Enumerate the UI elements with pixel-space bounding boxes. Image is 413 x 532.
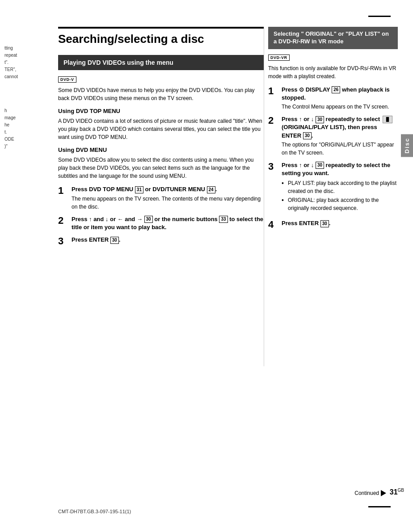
subsection-dvd-menu-heading: Using DVD MENU	[58, 147, 264, 153]
step-2-num1: 30	[144, 216, 153, 223]
right-step-4: 4 Press ENTER 30.	[268, 219, 398, 230]
continued-indicator: Continued	[354, 490, 386, 496]
right-step-3-bullets: PLAY LIST: play back according to the pl…	[282, 179, 398, 212]
right-step-1-content: Press ⊙ DISPLAY 26 when playback is stop…	[282, 86, 398, 111]
step-2-num2: 33	[219, 216, 228, 223]
original-playlist-icon: ▐▌	[383, 116, 393, 123]
right-intro-text: This function is only available for DVD-…	[268, 64, 398, 80]
page-num-sup: GB	[398, 488, 404, 493]
continued-arrow-icon	[381, 490, 386, 496]
right-step-2: 2 Press ↑ or ↓ 30 repeatedly to select ▐…	[268, 115, 398, 157]
right-step-3: 3 Press ↑ or ↓ 30 repeatedly to select t…	[268, 161, 398, 215]
left-margin-text: tting repeat t". TER", cannot h mage he …	[4, 45, 18, 150]
left-margin: tting repeat t". TER", cannot h mage he …	[0, 0, 58, 532]
bullet-playlist: PLAY LIST: play back according to the pl…	[282, 179, 398, 195]
right-step-3-content: Press ↑ or ↓ 30 repeatedly to select the…	[282, 161, 398, 215]
dvd-intro-text: Some DVD VIDEOs have menus to help you e…	[58, 86, 264, 102]
column-divider	[264, 27, 264, 366]
right-content: Selecting " ORIGINAL" or "PLAY LIST" on …	[268, 27, 398, 235]
step-1-num2: 24	[207, 186, 215, 193]
right-steps-list: 1 Press ⊙ DISPLAY 26 when playback is st…	[268, 86, 398, 230]
selecting-original-section-box: Selecting " ORIGINAL" or "PLAY LIST" on …	[268, 27, 398, 49]
right-step-2-main: Press ↑ or ↓ 30 repeatedly to select ▐▌ …	[282, 115, 398, 140]
step-1-content: Press DVD TOP MENU 31 or DVD/TUNER MENU …	[72, 185, 264, 210]
right-step-2-number: 2	[268, 115, 278, 126]
right-step-3-main: Press ↑ or ↓ 30 repeatedly to select the…	[282, 161, 398, 177]
right-step-4-number: 4	[268, 219, 278, 230]
step-3-number: 3	[58, 236, 68, 247]
main-steps-list: 1 Press DVD TOP MENU 31 or DVD/TUNER MEN…	[58, 185, 264, 247]
dvd-v-badge: DVD-V	[58, 76, 76, 83]
right-step-4-content: Press ENTER 30.	[282, 219, 398, 227]
right-step-3-num1: 30	[316, 162, 324, 169]
step-1-num1: 31	[135, 186, 143, 193]
main-step-3: 3 Press ENTER 30.	[58, 236, 264, 247]
step-3-num1: 30	[110, 237, 119, 244]
right-step-1: 1 Press ⊙ DISPLAY 26 when playback is st…	[268, 86, 398, 111]
step-2-main: Press ↑ and ↓ or ← and → 30 or the numer…	[72, 215, 264, 231]
top-line-right	[368, 16, 391, 17]
disc-label: Disc	[401, 134, 413, 157]
subsection-top-menu-heading: Using DVD TOP MENU	[58, 108, 264, 114]
subsection-top-menu-text: A DVD VIDEO contains a lot of sections o…	[58, 117, 264, 141]
step-1-sub: The menu appears on the TV screen. The c…	[72, 195, 264, 211]
step-1-main: Press DVD TOP MENU 31 or DVD/TUNER MENU …	[72, 185, 264, 193]
right-step-2-num1: 30	[316, 116, 324, 123]
step-1-number: 1	[58, 185, 68, 196]
right-step-3-number: 3	[268, 161, 278, 172]
step-3-main: Press ENTER 30.	[72, 236, 264, 244]
bullet-original: ORIGINAL: play back according to the ori…	[282, 196, 398, 212]
right-step-2-content: Press ↑ or ↓ 30 repeatedly to select ▐▌ …	[282, 115, 398, 157]
right-step-2-num2: 30	[303, 132, 312, 139]
main-step-2: 2 Press ↑ and ↓ or ← and → 30 or the num…	[58, 215, 264, 231]
page-title: Searching/selecting a disc	[58, 27, 264, 46]
bottom-line-right	[368, 506, 391, 507]
dvd-vr-badge: DVD-VR	[268, 54, 290, 61]
right-step-1-num1: 26	[332, 86, 340, 93]
right-step-1-main: Press ⊙ DISPLAY 26 when playback is stop…	[282, 86, 398, 102]
right-step-4-main: Press ENTER 30.	[282, 219, 398, 227]
right-step-4-num1: 30	[320, 220, 329, 227]
main-step-1: 1 Press DVD TOP MENU 31 or DVD/TUNER MEN…	[58, 185, 264, 210]
step-2-number: 2	[58, 215, 68, 226]
subsection-dvd-menu-text: Some DVD VIDEOs allow you to select the …	[58, 156, 264, 180]
right-step-1-sub: The Control Menu appears on the TV scree…	[282, 103, 398, 111]
continued-label: Continued	[354, 490, 379, 496]
step-2-content: Press ↑ and ↓ or ← and → 30 or the numer…	[72, 215, 264, 231]
page: tting repeat t". TER", cannot h mage he …	[0, 0, 413, 532]
right-step-1-number: 1	[268, 86, 278, 96]
playing-dvd-section-box: Playing DVD VIDEOs using the menu	[58, 55, 264, 70]
page-number: 31GB	[390, 488, 404, 496]
right-step-2-sub: The options for "ORIGINAL/PLAY LIST" app…	[282, 141, 398, 157]
bottom-text: CMT-DH7BT.GB.3-097-195-11(1)	[58, 509, 131, 514]
step-3-content: Press ENTER 30.	[72, 236, 264, 244]
main-content: Searching/selecting a disc Playing DVD V…	[58, 27, 264, 251]
